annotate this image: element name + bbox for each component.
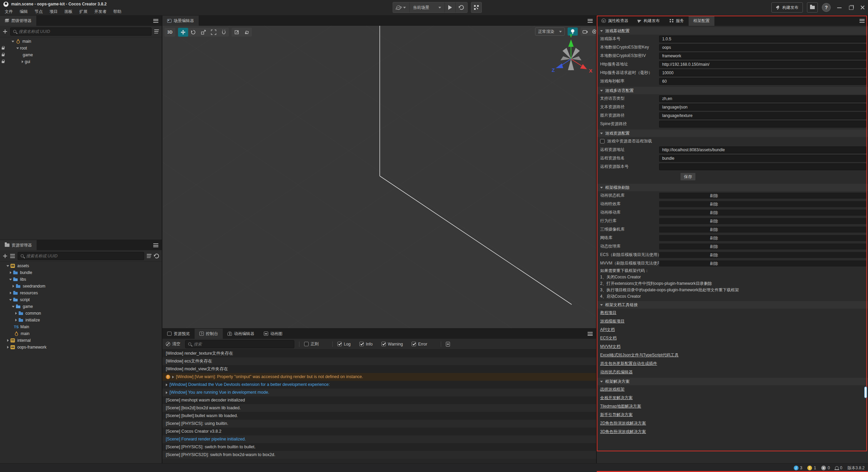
console-search-input[interactable] <box>194 342 291 347</box>
checkbox-checked-icon[interactable] <box>359 342 364 346</box>
console-log-row[interactable]: [Scene] [PHYSICS]: using builtin. <box>162 420 596 428</box>
reload-button[interactable] <box>456 2 467 13</box>
scene-viewport[interactable]: 3D <box>162 26 596 328</box>
console-log-row[interactable]: [Scene] [box2d]:box2d wasm lib loaded. <box>162 404 596 412</box>
open-project-folder-button[interactable] <box>807 2 818 13</box>
menu-item-1[interactable]: 编辑 <box>16 8 31 15</box>
chevron-right-icon[interactable] <box>5 345 10 350</box>
chevron-right-icon[interactable] <box>20 59 25 64</box>
minimize-button[interactable] <box>837 5 842 10</box>
tree-row[interactable]: script <box>0 296 162 303</box>
field-input[interactable] <box>659 163 866 170</box>
checkbox-row[interactable]: 游戏中资源是否远程加载 <box>597 137 868 145</box>
inspector-tab-2[interactable]: 服务 <box>665 16 689 26</box>
panel-menu-icon[interactable] <box>153 243 158 247</box>
doc-link[interactable]: 新手引导解决方案 <box>600 412 633 418</box>
hierarchy-search[interactable] <box>10 27 152 36</box>
menu-item-2[interactable]: 节点 <box>31 8 46 15</box>
tree-row[interactable]: common <box>0 310 162 317</box>
console-filter-warning[interactable]: Warning <box>381 342 403 347</box>
tab-scene-editor[interactable]: 场景编辑器 <box>162 16 199 26</box>
regex-filter[interactable]: 正则 <box>304 341 319 347</box>
section-header[interactable]: 游戏基础配置 <box>597 27 868 35</box>
inspector-tab-1[interactable]: 构建发布 <box>633 16 665 26</box>
section-header[interactable]: 游戏资源配置 <box>597 130 868 137</box>
module-remove-button[interactable]: 剔除 <box>710 218 718 224</box>
tree-row[interactable]: gui <box>0 58 162 65</box>
module-remove-button[interactable]: 剔除 <box>710 210 718 216</box>
chevron-right-icon[interactable] <box>11 284 16 289</box>
tab-assets[interactable]: 资源管理器 <box>0 240 37 250</box>
console-log-row[interactable]: [Scene] [PHYSICS2D]: switch from box2d-w… <box>162 451 596 459</box>
field-input[interactable] <box>659 61 866 68</box>
panel-menu-icon[interactable] <box>588 332 593 336</box>
tree-row[interactable]: initialize <box>0 317 162 323</box>
checkbox-checked-icon[interactable] <box>381 342 386 346</box>
tab-hierarchy[interactable]: 层级管理器 <box>0 16 36 26</box>
checkbox-unchecked-icon[interactable] <box>304 342 309 346</box>
console-filter-error[interactable]: Error <box>412 342 427 347</box>
error-count[interactable]: 0 <box>821 466 830 470</box>
doc-link[interactable]: 战棋游戏框架 <box>600 387 625 392</box>
create-asset-button[interactable] <box>3 254 7 258</box>
notification-count[interactable]: 0 <box>835 466 843 470</box>
view-gizmo[interactable]: Y X Z <box>546 32 596 83</box>
module-remove-button[interactable]: 剔除 <box>710 235 718 241</box>
tree-row[interactable]: main <box>0 38 162 45</box>
inspector-tab-3[interactable]: 框架配置 <box>689 16 714 26</box>
console-tab-2[interactable]: 动画编辑器 <box>223 329 259 339</box>
module-remove-button[interactable]: 剔除 <box>710 193 718 199</box>
tree-row[interactable]: assets <box>0 262 162 269</box>
field-input[interactable] <box>659 70 866 76</box>
console-filter-info[interactable]: Info <box>359 342 373 347</box>
checkbox-checked-icon[interactable] <box>412 342 416 346</box>
warning-count[interactable]: 1 <box>807 466 816 470</box>
checkbox-unchecked-icon[interactable] <box>600 139 605 143</box>
console-clear-button[interactable]: 清空 <box>166 341 180 347</box>
doc-link[interactable]: API文档 <box>600 327 615 333</box>
menu-item-4[interactable]: 面板 <box>61 8 76 15</box>
filter-icon[interactable] <box>154 29 159 34</box>
coordinate-toggle-button[interactable] <box>242 28 252 37</box>
projection-3d-button[interactable]: 3D <box>164 28 175 37</box>
chevron-down-icon[interactable] <box>15 46 20 51</box>
doc-link[interactable]: 3D角色扮演游戏解决方案 <box>600 429 646 435</box>
section-header[interactable]: 框架文档工具链接 <box>597 301 868 309</box>
section-header[interactable]: 框架模块剔除 <box>597 184 868 191</box>
doc-link[interactable]: 动画状态机编辑器 <box>600 369 633 375</box>
field-input[interactable] <box>659 36 866 42</box>
console-log-row[interactable]: [Scene] Cocos Creator v3.8.2 <box>162 428 596 435</box>
expand-icon[interactable] <box>172 376 174 378</box>
preview-device-select[interactable] <box>393 2 410 13</box>
tree-row[interactable]: resources <box>0 290 162 296</box>
field-input[interactable] <box>659 112 866 119</box>
rotate-tool-button[interactable] <box>188 28 198 37</box>
section-header[interactable]: 游戏多语言配置 <box>597 87 868 94</box>
move-tool-button[interactable] <box>178 28 188 37</box>
help-button[interactable] <box>822 3 831 12</box>
maximize-button[interactable] <box>848 5 854 10</box>
console-log-row[interactable]: [Window] model_view文件夹存在 <box>162 365 596 373</box>
menu-item-0[interactable]: 文件 <box>1 8 16 15</box>
create-node-button[interactable] <box>3 29 7 34</box>
field-input[interactable] <box>659 104 866 111</box>
panel-menu-icon[interactable] <box>588 19 593 23</box>
console-tab-1[interactable]: 控制台 <box>195 329 223 339</box>
chevron-down-icon[interactable] <box>5 263 10 268</box>
tree-row[interactable]: game <box>0 303 162 310</box>
section-header[interactable]: 框架解决方案 <box>597 378 868 385</box>
panel-menu-icon[interactable] <box>153 19 158 23</box>
console-log-row[interactable]: [Window] ecs文件夹存在 <box>162 357 596 365</box>
chevron-down-icon[interactable] <box>8 297 13 302</box>
tree-row[interactable]: seedrandom <box>0 283 162 290</box>
field-input[interactable] <box>659 95 866 102</box>
console-log-row[interactable]: [Scene] [PHYSICS]: switch from builtin t… <box>162 443 596 451</box>
field-input[interactable] <box>659 53 866 59</box>
console-tab-3[interactable]: 动画图 <box>259 329 287 339</box>
console-log-row[interactable]: [Window] render_texture文件夹存在 <box>162 350 596 357</box>
tree-row[interactable]: game <box>0 52 162 58</box>
doc-link[interactable]: 全栈开发解决方案 <box>600 395 633 401</box>
tree-row[interactable]: bundle <box>0 269 162 276</box>
panel-menu-icon[interactable] <box>860 19 865 23</box>
expand-icon[interactable] <box>166 391 167 394</box>
